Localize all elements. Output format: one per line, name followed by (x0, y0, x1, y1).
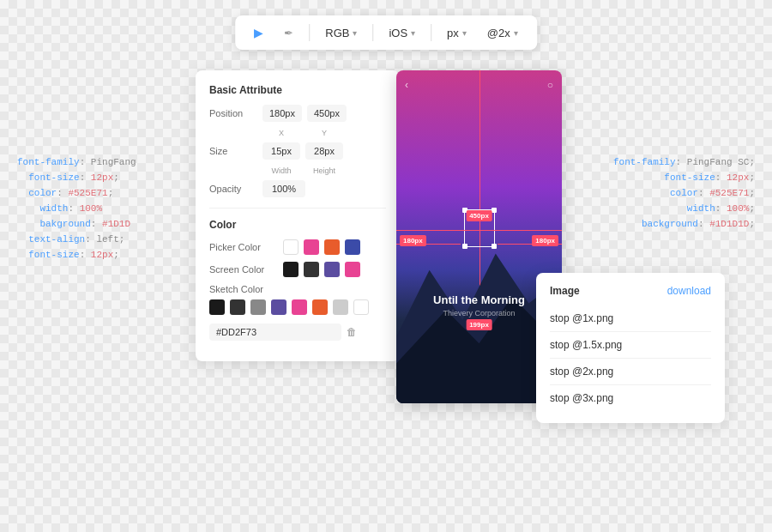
measure-line-top (396, 230, 562, 231)
toolbar-divider (309, 24, 310, 41)
picker-swatch-3[interactable] (345, 239, 360, 255)
sketch-color-wrapper: Sketch Color #DD2F73 🗑 (209, 284, 386, 341)
sketch-swatches (209, 299, 369, 315)
sketch-color-section: Sketch Color #DD2F73 🗑 (209, 284, 386, 341)
size-width-value[interactable]: 15px (262, 142, 300, 160)
download-link[interactable]: download (667, 285, 711, 297)
attribute-panel: Basic Attribute Position 180px 450px X Y… (196, 70, 400, 361)
screen-swatch-3[interactable] (345, 262, 360, 277)
measure-label-180-right: 180px (532, 235, 558, 246)
toolbar-divider-2 (372, 24, 373, 41)
rgb-chevron: ▾ (353, 28, 357, 38)
position-sub-labels: X Y (262, 129, 386, 137)
color-section: Color Picker Color Screen Color Sketch C… (209, 219, 386, 341)
toolbar-divider-3 (431, 24, 431, 41)
sketch-swatch-6[interactable] (333, 299, 348, 315)
measure-label-199: 199px (466, 319, 492, 330)
y-label: Y (305, 129, 343, 137)
screen-swatch-1[interactable] (304, 262, 319, 277)
scale-label: @2x (487, 27, 510, 39)
position-x-value[interactable]: 180px (262, 105, 302, 122)
sketch-swatch-1[interactable] (230, 299, 245, 315)
sketch-swatch-3[interactable] (271, 299, 286, 315)
scale-selector[interactable]: @2x ▾ (482, 23, 523, 43)
unit-selector[interactable]: px ▾ (442, 23, 472, 43)
picker-swatch-0[interactable] (283, 239, 299, 255)
color-title: Color (209, 219, 386, 231)
image-item-1[interactable]: stop @1.5x.png (550, 332, 711, 359)
picker-swatch-2[interactable] (324, 239, 340, 255)
platform-label: iOS (389, 27, 407, 39)
position-row: Position 180px 450px (209, 105, 386, 122)
rgb-label: RGB (325, 27, 349, 39)
image-panel: Image download stop @1x.png stop @1.5x.p… (536, 273, 725, 423)
trash-icon[interactable]: 🗑 (347, 326, 357, 338)
position-y-value[interactable]: 450px (307, 105, 347, 122)
platform-selector[interactable]: iOS ▾ (383, 23, 420, 43)
size-values: 15px 28px (262, 142, 343, 160)
measure-label-180-left: 180px (400, 235, 426, 246)
measure-label-450: 450px (466, 210, 492, 221)
sketch-swatch-2[interactable] (250, 299, 266, 315)
height-label: Height (305, 166, 343, 175)
screen-swatch-0[interactable] (283, 262, 299, 277)
handle-br (492, 244, 497, 249)
position-label: Position (209, 108, 262, 118)
picker-color-label: Picker Color (209, 242, 278, 252)
picker-color-row: Picker Color (209, 239, 386, 255)
screen-color-label: Screen Color (209, 264, 278, 275)
section-divider (209, 208, 386, 209)
basic-attribute-title: Basic Attribute (209, 84, 386, 96)
image-item-2[interactable]: stop @2x.png (550, 359, 711, 385)
sketch-color-label: Sketch Color (209, 284, 278, 294)
sketch-swatch-0[interactable] (209, 299, 225, 315)
toolbar: ▶ ✒ RGB ▾ iOS ▾ px ▾ @2x ▾ (235, 15, 537, 50)
platform-chevron: ▾ (411, 28, 415, 38)
rgb-selector[interactable]: RGB ▾ (320, 23, 362, 43)
sketch-input-row: #DD2F73 🗑 (209, 323, 357, 341)
sketch-swatch-5[interactable] (312, 299, 328, 315)
handle-bl (462, 244, 467, 249)
image-panel-header: Image download (550, 285, 711, 297)
preview-search-icon: ○ (547, 79, 553, 91)
eyedropper-tool[interactable]: ✒ (279, 23, 299, 43)
opacity-value[interactable]: 100% (262, 180, 305, 197)
screen-swatch-2[interactable] (324, 262, 340, 277)
width-label: Width (262, 166, 300, 175)
preview-back-icon: ‹ (405, 79, 408, 91)
cursor-icon: ▶ (254, 26, 263, 39)
sketch-swatch-4[interactable] (292, 299, 307, 315)
unit-label: px (447, 27, 459, 39)
picker-swatch-1[interactable] (304, 239, 319, 255)
position-values: 180px 450px (262, 105, 347, 122)
size-label: Size (209, 146, 262, 156)
size-row: Size 15px 28px (209, 142, 386, 160)
sketch-color-input[interactable]: #DD2F73 (209, 323, 341, 341)
size-sub-labels: Width Height (262, 166, 386, 175)
image-panel-title: Image (550, 285, 580, 297)
cursor-tool[interactable]: ▶ (249, 22, 268, 43)
screen-color-row: Screen Color (209, 262, 386, 277)
image-item-3[interactable]: stop @3x.png (550, 385, 711, 411)
image-list: stop @1x.png stop @1.5x.png stop @2x.png… (550, 305, 711, 411)
scale-chevron: ▾ (514, 28, 518, 38)
opacity-row: Opacity 100% (209, 180, 386, 197)
unit-chevron: ▾ (462, 28, 467, 38)
eyedropper-icon: ✒ (284, 27, 293, 39)
sketch-swatch-7[interactable] (353, 299, 369, 315)
x-label: X (262, 129, 300, 137)
opacity-label: Opacity (209, 184, 262, 194)
size-height-value[interactable]: 28px (305, 142, 343, 160)
image-item-0[interactable]: stop @1x.png (550, 305, 711, 332)
